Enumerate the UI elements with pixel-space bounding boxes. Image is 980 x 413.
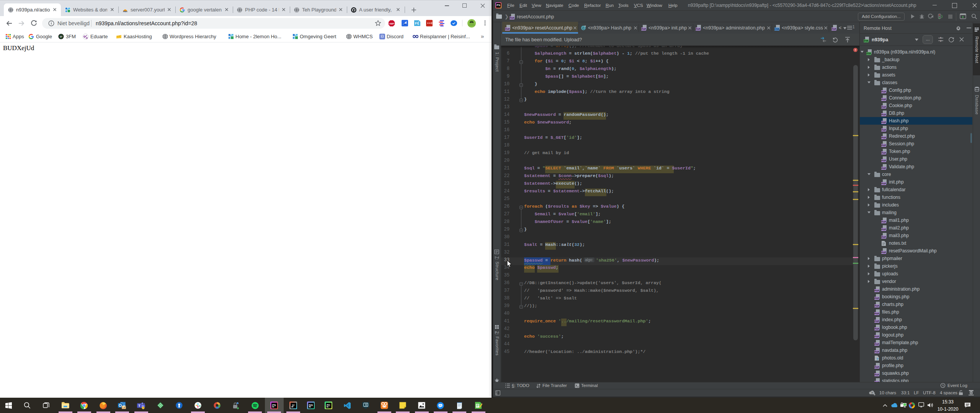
svg-text:3F: 3F <box>60 36 62 38</box>
svg-text:PMA: PMA <box>123 10 127 13</box>
svg-text:?: ? <box>876 357 879 361</box>
svg-text:?: ? <box>871 391 873 395</box>
svg-text:O: O <box>119 403 122 408</box>
svg-text:FI: FI <box>415 21 418 25</box>
svg-text:ABP: ABP <box>389 23 394 25</box>
svg-text:C: C <box>582 27 585 31</box>
svg-text:T: T <box>138 403 140 408</box>
